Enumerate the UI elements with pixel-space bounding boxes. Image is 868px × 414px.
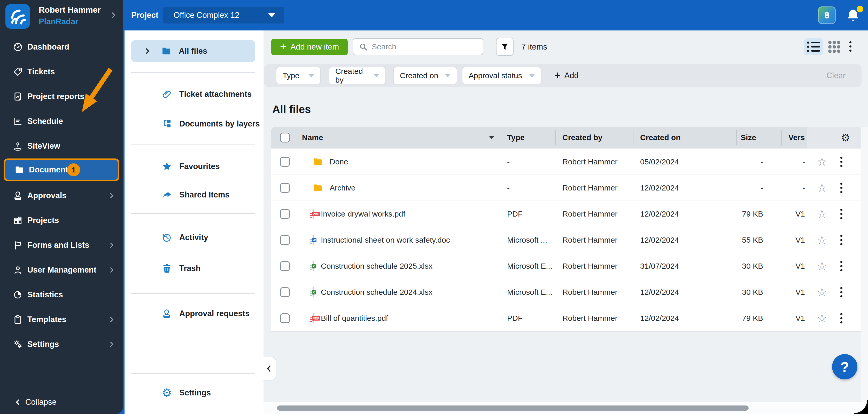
sidebar-item-project-reports[interactable]: Project reports xyxy=(0,84,123,109)
help-button[interactable]: ? xyxy=(832,354,858,379)
filter-button[interactable] xyxy=(496,38,514,56)
file-name-cell[interactable]: XConstruction schedule 2024.xlsx xyxy=(299,279,500,305)
filter-chip-created-on[interactable]: Created on xyxy=(394,67,457,84)
docnav-item-favourites[interactable]: Favourites xyxy=(131,156,255,177)
row-more-options-button[interactable] xyxy=(840,156,842,168)
connect-app-button[interactable] xyxy=(818,6,836,24)
word-file-icon: W xyxy=(313,236,314,244)
panel-collapse-tab[interactable] xyxy=(262,357,276,380)
sidebar-item-settings[interactable]: Settings xyxy=(0,332,123,357)
filter-chip-approval-status[interactable]: Approval status xyxy=(462,67,541,84)
file-name-cell[interactable]: Done xyxy=(299,149,500,174)
clear-filters-button[interactable]: Clear xyxy=(827,67,845,84)
file-name-cell[interactable]: WInstructional sheet on work safety.doc xyxy=(299,227,500,253)
created-on-cell: 12/02/2024 xyxy=(633,175,736,201)
row-checkbox[interactable] xyxy=(280,261,290,271)
items-count: 7 items xyxy=(521,39,547,55)
docnav-item-all-files[interactable]: All files xyxy=(131,40,255,62)
sidebar-item-schedule[interactable]: Schedule xyxy=(0,109,123,134)
favourite-star-icon[interactable]: ☆ xyxy=(817,234,827,246)
sidebar-item-tickets[interactable]: Tickets xyxy=(0,59,123,84)
header-name[interactable]: Name xyxy=(299,127,500,148)
favourite-star-icon[interactable]: ☆ xyxy=(817,156,827,168)
stamp-icon xyxy=(13,191,24,201)
sidebar-item-siteview[interactable]: SiteView xyxy=(0,134,123,159)
favourite-star-icon[interactable]: ☆ xyxy=(817,286,827,298)
row-checkbox[interactable] xyxy=(280,183,290,193)
docnav-item-label: Approval requests xyxy=(179,309,250,318)
row-more-options-button[interactable] xyxy=(840,182,842,194)
docnav-item-label: Documents by layers xyxy=(179,119,260,129)
select-all-checkbox[interactable] xyxy=(280,133,290,142)
header-version[interactable]: Vers xyxy=(781,127,807,148)
size-cell: 79 KB xyxy=(736,305,781,331)
list-view-toggle[interactable] xyxy=(804,38,823,55)
created-on-cell: 31/07/2024 xyxy=(633,253,736,279)
row-more-options-button[interactable] xyxy=(840,234,842,246)
docnav-item-shared-items[interactable]: Shared Items xyxy=(131,184,255,206)
file-name-cell[interactable]: XConstruction schedule 2025.xlsx xyxy=(299,253,500,279)
favourite-star-icon[interactable]: ☆ xyxy=(817,313,827,324)
created-by-cell: Robert Hammer xyxy=(555,227,633,253)
project-select[interactable]: Office Complex 12 xyxy=(163,7,284,24)
header-created-by[interactable]: Created by xyxy=(555,127,633,148)
docnav-item-trash[interactable]: Trash xyxy=(131,257,255,279)
account-header[interactable]: Robert Hammer PlanRadar xyxy=(0,0,123,30)
sidebar-item-approvals[interactable]: Approvals xyxy=(0,183,123,208)
docnav-item-documents-by-layers[interactable]: Documents by layers xyxy=(131,113,255,135)
sidebar-collapse-button[interactable]: Collapse xyxy=(0,390,123,414)
row-more-options-button[interactable] xyxy=(840,286,842,298)
file-name: Archive xyxy=(330,183,355,192)
filter-chip-type[interactable]: Type xyxy=(276,67,320,84)
more-options-button[interactable] xyxy=(849,40,851,53)
file-name-cell[interactable]: Archive xyxy=(299,175,500,201)
sidebar-item-forms-and-lists[interactable]: Forms and Lists xyxy=(0,233,123,257)
created-on-cell: 12/02/2024 xyxy=(633,227,736,253)
version-cell: V1 xyxy=(781,279,807,305)
docnav-item-ticket-attachments[interactable]: Ticket attachments xyxy=(131,83,255,105)
notifications-button[interactable] xyxy=(845,8,861,23)
grid-view-toggle[interactable] xyxy=(828,41,844,54)
chevron-right-icon xyxy=(108,192,115,199)
row-checkbox[interactable] xyxy=(280,313,290,323)
header-type[interactable]: Type xyxy=(500,127,555,148)
header-created-on[interactable]: Created on xyxy=(633,127,736,148)
row-checkbox[interactable] xyxy=(280,235,290,245)
add-filter-button[interactable]: + Add xyxy=(554,67,579,84)
sort-caret-icon xyxy=(489,136,494,139)
sidebar-item-label: Approvals xyxy=(27,191,67,200)
filter-chip-created-by[interactable]: Created by xyxy=(329,67,385,84)
file-name-cell[interactable]: PDFBill of quantities.pdf xyxy=(299,305,500,331)
created-by-cell: Robert Hammer xyxy=(555,305,633,331)
filter-chip-label: Created by xyxy=(335,67,369,84)
sidebar-item-statistics[interactable]: Statistics xyxy=(0,282,123,307)
header-select-all xyxy=(271,127,299,148)
docnav-item-activity[interactable]: Activity xyxy=(131,227,255,248)
docnav-item-settings[interactable]: ⚙Settings xyxy=(131,382,255,404)
search-input[interactable] xyxy=(371,42,483,51)
favourite-star-icon[interactable]: ☆ xyxy=(817,208,827,220)
row-more-options-button[interactable] xyxy=(840,208,842,220)
row-checkbox[interactable] xyxy=(280,209,290,219)
header-size[interactable]: Size xyxy=(736,127,781,148)
folder-icon xyxy=(14,165,26,175)
favourite-star-icon[interactable]: ☆ xyxy=(817,182,827,194)
add-new-item-button[interactable]: + Add new item xyxy=(271,39,348,55)
sidebar-item-user-management[interactable]: User Management xyxy=(0,257,123,282)
sidebar-item-projects[interactable]: Projects xyxy=(0,208,123,233)
favourite-star-icon[interactable]: ☆ xyxy=(817,261,827,272)
docnav-item-approval-requests[interactable]: Approval requests xyxy=(131,303,255,324)
row-more-options-button[interactable] xyxy=(840,312,842,324)
file-name-cell[interactable]: PDFInvoice drywal works.pdf xyxy=(299,201,500,227)
row-more-options-button[interactable] xyxy=(840,260,842,272)
version-cell: V1 xyxy=(781,227,807,253)
layers-icon xyxy=(162,119,172,129)
sidebar-item-documents[interactable]: Documents1 xyxy=(4,159,119,181)
docnav-item-label: Ticket attachments xyxy=(179,90,252,99)
horizontal-scrollbar-thumb[interactable] xyxy=(277,406,749,411)
header-column-settings[interactable]: ⚙ xyxy=(807,127,862,148)
row-checkbox[interactable] xyxy=(280,157,290,167)
sidebar-item-dashboard[interactable]: Dashboard xyxy=(0,35,123,59)
row-checkbox[interactable] xyxy=(280,287,290,297)
sidebar-item-templates[interactable]: Templates xyxy=(0,307,123,332)
